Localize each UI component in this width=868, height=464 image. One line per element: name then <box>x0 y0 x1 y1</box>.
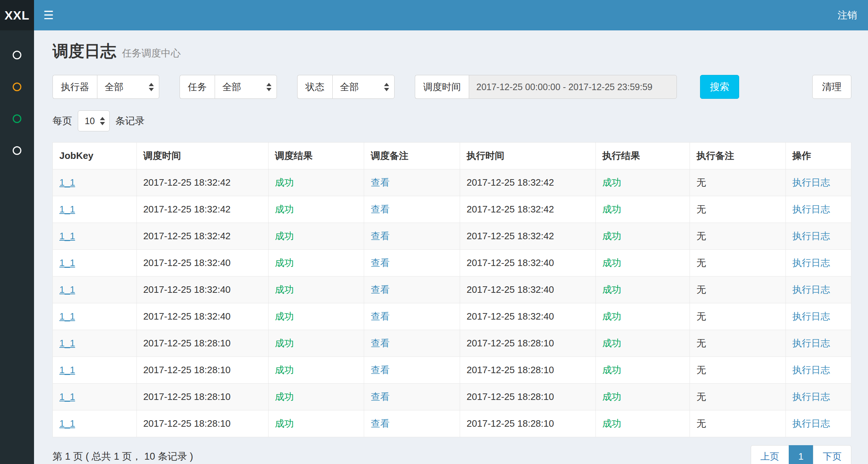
handle-result-cell: 成功 <box>602 338 621 349</box>
exec-log-link[interactable]: 执行日志 <box>792 204 830 215</box>
exec-log-link[interactable]: 执行日志 <box>792 311 830 322</box>
trigger-msg-view-link[interactable]: 查看 <box>371 204 389 215</box>
job-key-link[interactable]: 1_1 <box>59 364 75 375</box>
trigger-msg-view-link[interactable]: 查看 <box>371 311 389 322</box>
executor-filter-value: 全部 <box>105 81 141 93</box>
handle-time-cell: 2017-12-25 18:28:10 <box>467 338 554 349</box>
trigger-result-cell: 成功 <box>275 177 294 188</box>
table-row: 1_12017-12-25 18:32:40成功查看2017-12-25 18:… <box>53 277 851 303</box>
trigger-msg-view-link[interactable]: 查看 <box>371 418 389 429</box>
exec-log-link[interactable]: 执行日志 <box>792 364 830 375</box>
job-key-link[interactable]: 1_1 <box>59 231 75 241</box>
pagination: 上页 1 下页 <box>751 445 851 464</box>
search-button[interactable]: 搜索 <box>700 75 739 99</box>
trigger-msg-view-link[interactable]: 查看 <box>371 231 389 241</box>
handle-result-cell: 成功 <box>602 177 621 188</box>
status-filter-value: 全部 <box>340 81 376 93</box>
handle-result-cell: 成功 <box>602 231 621 241</box>
page-header: 调度日志 任务调度中心 <box>52 41 851 62</box>
exec-log-link[interactable]: 执行日志 <box>792 257 830 268</box>
sidebar-item-3[interactable] <box>0 103 34 135</box>
handle-time-cell: 2017-12-25 18:28:10 <box>467 418 554 429</box>
table-row: 1_12017-12-25 18:32:42成功查看2017-12-25 18:… <box>53 196 851 223</box>
select-stepper-icon <box>149 83 154 91</box>
column-header-1: JobKey <box>53 143 137 169</box>
handle-result-cell: 成功 <box>602 284 621 295</box>
trigger-msg-view-link[interactable]: 查看 <box>371 177 389 188</box>
circle-outline-icon <box>13 146 21 155</box>
job-key-link[interactable]: 1_1 <box>59 338 75 349</box>
table-row: 1_12017-12-25 18:32:40成功查看2017-12-25 18:… <box>53 250 851 277</box>
circle-outline-icon <box>13 51 21 59</box>
handle-msg-cell: 无 <box>696 418 706 429</box>
sidebar-item-4[interactable] <box>0 135 34 166</box>
job-filter-select[interactable]: 全部 <box>215 75 277 99</box>
handle-msg-cell: 无 <box>696 231 706 241</box>
executor-filter-group: 执行器 全部 <box>52 75 159 99</box>
job-key-link[interactable]: 1_1 <box>59 418 75 429</box>
exec-log-link[interactable]: 执行日志 <box>792 391 830 402</box>
job-key-link[interactable]: 1_1 <box>59 284 75 295</box>
next-page-button[interactable]: 下页 <box>813 445 851 464</box>
status-filter-select[interactable]: 全部 <box>332 75 395 99</box>
clear-button[interactable]: 清理 <box>812 75 851 99</box>
table-row: 1_12017-12-25 18:28:10成功查看2017-12-25 18:… <box>53 357 851 384</box>
trigger-msg-view-link[interactable]: 查看 <box>371 391 389 402</box>
handle-time-cell: 2017-12-25 18:32:40 <box>467 311 554 322</box>
hamburger-icon: ☰ <box>43 8 54 22</box>
select-stepper-icon <box>384 83 389 91</box>
column-header-3: 调度结果 <box>268 143 364 169</box>
exec-log-link[interactable]: 执行日志 <box>792 177 830 188</box>
column-header-2: 调度时间 <box>136 143 268 169</box>
executor-filter-label: 执行器 <box>52 75 97 99</box>
page-size-suffix: 条记录 <box>115 114 145 127</box>
table-row: 1_12017-12-25 18:32:40成功查看2017-12-25 18:… <box>53 303 851 330</box>
column-header-8: 操作 <box>786 143 851 169</box>
trigger-msg-view-link[interactable]: 查看 <box>371 284 389 295</box>
prev-page-button[interactable]: 上页 <box>751 445 789 464</box>
page-size-value: 10 <box>85 116 95 126</box>
trigger-result-cell: 成功 <box>275 204 294 215</box>
trigger-msg-view-link[interactable]: 查看 <box>371 338 389 349</box>
top-navbar: XXL ☰ 注销 <box>0 0 868 30</box>
table-row: 1_12017-12-25 18:28:10成功查看2017-12-25 18:… <box>53 384 851 410</box>
sidebar-toggle-button[interactable]: ☰ <box>34 0 63 30</box>
trigger-time-filter-group: 调度时间 <box>415 75 677 99</box>
job-key-link[interactable]: 1_1 <box>59 204 75 215</box>
sidebar <box>0 30 34 464</box>
column-header-4: 调度备注 <box>364 143 460 169</box>
handle-msg-cell: 无 <box>696 177 706 188</box>
job-filter-label: 任务 <box>180 75 215 99</box>
job-key-link[interactable]: 1_1 <box>59 177 75 188</box>
trigger-msg-view-link[interactable]: 查看 <box>371 257 389 268</box>
exec-log-link[interactable]: 执行日志 <box>792 231 830 241</box>
job-key-link[interactable]: 1_1 <box>59 311 75 322</box>
executor-filter-select[interactable]: 全部 <box>97 75 159 99</box>
handle-result-cell: 成功 <box>602 418 621 429</box>
exec-log-link[interactable]: 执行日志 <box>792 284 830 295</box>
table-row: 1_12017-12-25 18:32:42成功查看2017-12-25 18:… <box>53 223 851 250</box>
trigger-time-cell: 2017-12-25 18:32:42 <box>143 177 231 188</box>
page-size-select[interactable]: 10 <box>78 110 110 131</box>
sidebar-item-1[interactable] <box>0 39 34 71</box>
handle-result-cell: 成功 <box>602 257 621 268</box>
handle-result-cell: 成功 <box>602 391 621 402</box>
trigger-time-filter-label: 调度时间 <box>415 75 469 99</box>
page-number-button[interactable]: 1 <box>789 445 813 464</box>
handle-time-cell: 2017-12-25 18:32:42 <box>467 204 554 215</box>
trigger-result-cell: 成功 <box>275 418 294 429</box>
circle-outline-icon <box>13 114 21 123</box>
sidebar-item-2[interactable] <box>0 71 34 103</box>
job-key-link[interactable]: 1_1 <box>59 257 75 268</box>
exec-log-link[interactable]: 执行日志 <box>792 418 830 429</box>
trigger-result-cell: 成功 <box>275 364 294 375</box>
handle-time-cell: 2017-12-25 18:32:40 <box>467 284 554 295</box>
trigger-time-cell: 2017-12-25 18:28:10 <box>143 391 231 402</box>
logout-link[interactable]: 注销 <box>827 0 868 30</box>
job-key-link[interactable]: 1_1 <box>59 391 75 402</box>
trigger-time-range-input[interactable] <box>469 75 677 99</box>
exec-log-link[interactable]: 执行日志 <box>792 338 830 349</box>
trigger-msg-view-link[interactable]: 查看 <box>371 364 389 375</box>
app-logo[interactable]: XXL <box>0 0 34 30</box>
page-title: 调度日志 <box>52 41 116 62</box>
